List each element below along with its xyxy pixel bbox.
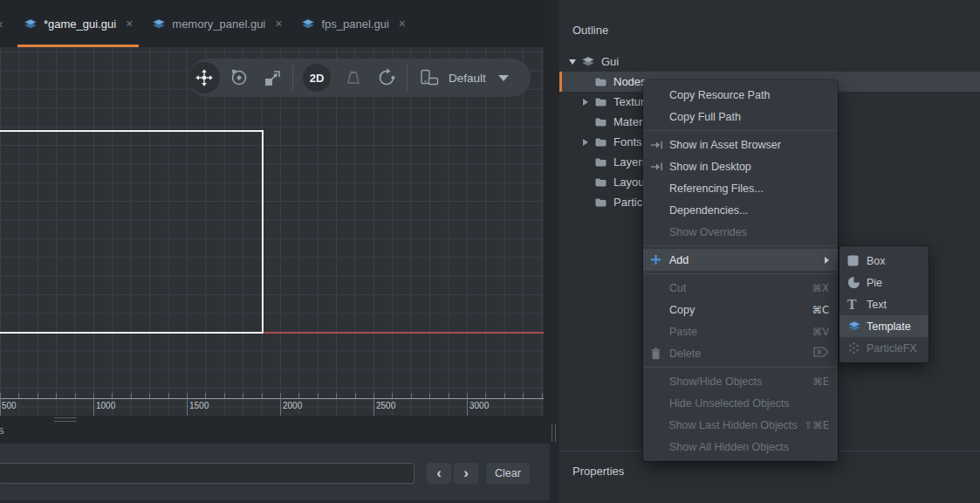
scene-viewport[interactable]: 2D Default 500 1000 (0, 47, 544, 416)
menu-item-show-hide-objects: Show/Hide Objects ⌘E (643, 370, 838, 392)
console-search-bar: ‹ › Clear (0, 444, 550, 503)
ruler-label: 1000 (96, 401, 115, 410)
ruler-label: 2500 (376, 401, 395, 410)
move-tool-button[interactable] (188, 62, 220, 93)
submenu-item-box[interactable]: Box (840, 250, 929, 272)
find-next-button[interactable]: › (454, 463, 478, 484)
ruler-major-tick (187, 393, 188, 416)
text-icon: T (847, 299, 867, 311)
template-icon (847, 320, 867, 332)
gui-scene-icon (24, 18, 38, 30)
move-icon (195, 68, 214, 87)
menu-item-show-overrides: Show Overrides (643, 221, 838, 243)
menu-item-referencing-files[interactable]: Referencing Files... (643, 177, 838, 199)
menu-item-label: Hide Unselected Objects (669, 397, 829, 410)
tab-label: *game_gui.gui (44, 17, 116, 31)
folder-icon (594, 77, 607, 87)
horizontal-ruler: 500 1000 1500 2000 2500 3000 (0, 393, 544, 416)
menu-item-label: Copy (669, 304, 805, 316)
search-input[interactable] (0, 463, 415, 484)
tree-row-gui[interactable]: Gui (559, 52, 980, 72)
tab-game-gui[interactable]: *game_gui.gui × (14, 0, 142, 47)
rotate-tool-button[interactable] (229, 67, 250, 88)
2d-mode-button[interactable]: 2D (303, 64, 331, 92)
layout-device-button[interactable] (419, 69, 440, 86)
2d-mode-label: 2D (310, 72, 325, 85)
particlefx-icon (847, 341, 867, 355)
menu-shortcut: ⌘C (812, 304, 829, 316)
ruler-major-tick (280, 393, 281, 416)
submenu-item-template[interactable]: Template (840, 315, 929, 337)
panel-divider[interactable] (550, 0, 559, 503)
menu-item-label: Add (669, 254, 825, 266)
menu-item-label: Dependencies... (669, 204, 829, 217)
submenu-item-pie[interactable]: Pie (840, 272, 929, 293)
menu-item-show-in-asset-browser[interactable]: Show in Asset Browser (643, 134, 838, 155)
menu-item-add[interactable]: Add (643, 249, 838, 271)
expander-collapsed-icon[interactable] (581, 99, 590, 106)
gui-scene-icon (301, 18, 315, 30)
close-icon[interactable]: × (126, 17, 133, 31)
menu-shortcut: ⌘E (812, 376, 829, 388)
layout-select-value: Default (449, 72, 486, 85)
close-icon[interactable]: × (399, 17, 406, 31)
ruler-label: 1500 (189, 401, 209, 410)
tab-fps-panel[interactable]: fps_panel.gui × (291, 0, 415, 47)
folder-icon (594, 177, 607, 188)
panel-label-truncated: s (0, 424, 4, 437)
menu-item-label: Show All Hidden Objects (669, 441, 829, 453)
camera-rotate-button[interactable] (376, 67, 397, 88)
submenu-item-label: Template (867, 320, 920, 333)
menu-separator (644, 273, 837, 274)
folder-icon (594, 157, 607, 168)
find-previous-button[interactable]: ‹ (427, 463, 451, 484)
tab-bar: × *game_gui.gui × memory_panel.gui × fps… (0, 0, 550, 47)
tree-row-label: Fonts (613, 135, 642, 148)
ruler-line (0, 398, 544, 399)
menu-shortcut: ⌘X (812, 282, 829, 294)
scale-tool-button[interactable] (264, 68, 283, 87)
menu-item-show-in-desktop[interactable]: Show in Desktop (643, 155, 838, 177)
menu-item-label: Show/Hide Objects (669, 376, 805, 388)
properties-panel-title: Properties (572, 465, 624, 478)
expander-expanded-icon[interactable] (568, 59, 577, 65)
tab-label: memory_panel.gui (172, 17, 265, 31)
menu-item-copy-resource-path[interactable]: Copy Resource Path (643, 84, 838, 106)
submenu-item-text[interactable]: T Text (840, 293, 929, 315)
expander-collapsed-icon[interactable] (581, 139, 590, 146)
gui-scene-icon (152, 18, 166, 30)
menu-item-label: Cut (669, 282, 805, 294)
tab-memory-panel[interactable]: memory_panel.gui × (142, 0, 291, 47)
clear-button-label: Clear (495, 467, 521, 479)
camera-rotate-icon (376, 67, 397, 88)
device-orientation-icon (419, 69, 440, 86)
context-menu: Copy Resource Path Copy Full Path Show i… (643, 80, 838, 461)
menu-item-dependencies[interactable]: Dependencies... (643, 199, 838, 221)
ruler-label: 2000 (283, 401, 302, 410)
vertical-resize-handle[interactable] (552, 424, 556, 442)
horizontal-resize-handle[interactable] (54, 417, 77, 422)
viewport-scroll-track[interactable] (544, 47, 550, 416)
frustum-icon (344, 68, 363, 87)
rotate-icon (229, 67, 250, 88)
menu-item-label: Show Last Hidden Objects (668, 419, 797, 431)
folder-icon (594, 117, 607, 127)
menu-item-delete: Delete (643, 342, 838, 364)
menu-item-copy-full-path[interactable]: Copy Full Path (643, 106, 838, 127)
folder-icon (594, 137, 607, 148)
submenu-item-label: Box (867, 255, 920, 267)
chevron-down-icon[interactable] (498, 75, 509, 81)
submenu-item-label: ParticleFX (867, 342, 920, 355)
menu-item-hide-unselected-objects: Hide Unselected Objects (643, 392, 838, 414)
show-in-icon (650, 140, 669, 150)
menu-separator (644, 367, 837, 368)
ruler-major-tick (93, 393, 94, 416)
menu-item-copy[interactable]: Copy ⌘C (643, 299, 838, 320)
clear-console-button[interactable]: Clear (486, 463, 530, 484)
perspective-camera-button[interactable] (344, 68, 363, 87)
show-in-icon (650, 162, 669, 172)
close-icon[interactable]: × (0, 17, 3, 31)
box-icon (847, 255, 867, 266)
close-icon[interactable]: × (275, 17, 282, 31)
folder-icon (594, 197, 607, 208)
